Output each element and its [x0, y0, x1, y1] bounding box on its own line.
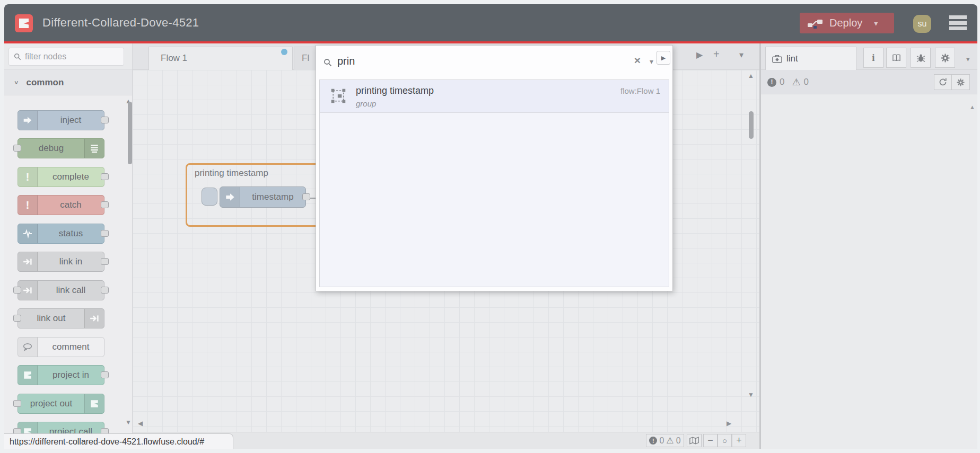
info-icon: i: [872, 52, 874, 64]
pulse-icon: [18, 224, 38, 243]
gear-icon: [957, 78, 965, 86]
search-dialog: prin × ▾ ▶ printing timestampflow:Flow 1…: [316, 45, 673, 291]
sidebar-tab-bar: lint i: [761, 43, 977, 70]
flowfuse-mark-icon: [84, 394, 104, 413]
node-output-port[interactable]: [302, 193, 310, 200]
node-input-port[interactable]: [13, 145, 21, 152]
palette-node-project-out[interactable]: project out: [18, 394, 104, 414]
add-flow-button[interactable]: +: [713, 48, 720, 60]
deploy-dropdown-caret[interactable]: ▾: [874, 19, 878, 28]
palette-node-catch[interactable]: !catch: [18, 195, 104, 215]
comment-bubble-icon: [18, 337, 38, 357]
map-icon: [689, 437, 699, 445]
navigator-button[interactable]: [687, 434, 702, 447]
canvas-scroll-up-arrow[interactable]: ▲: [748, 72, 754, 79]
canvas-warning-count: 0: [676, 436, 681, 446]
lint-toolbar: ! 0 ⚠ 0: [761, 70, 977, 94]
palette-node-comment[interactable]: comment: [18, 337, 104, 357]
hamburger-bar: [949, 15, 967, 19]
error-icon: !: [649, 437, 657, 445]
canvas-scroll-down-arrow[interactable]: ▼: [748, 391, 754, 398]
deploy-label: Deploy: [829, 17, 862, 29]
main-menu-button[interactable]: [949, 15, 967, 30]
search-options-caret[interactable]: ▾: [650, 57, 653, 66]
search-results-list: printing timestampflow:Flow 1group: [319, 79, 669, 287]
lint-warning-count: 0: [804, 77, 809, 87]
node-output-port[interactable]: [101, 230, 109, 237]
palette-node-link-call[interactable]: link call: [18, 280, 104, 300]
node-output-port[interactable]: [101, 201, 109, 208]
palette-scroll-down-arrow[interactable]: ▼: [125, 419, 132, 426]
palette-category-common[interactable]: ∨ common: [4, 70, 132, 95]
palette-filter-placeholder: filter nodes: [25, 52, 66, 61]
flowfuse-logo-icon[interactable]: [15, 14, 33, 32]
node-label: timestamp: [240, 187, 305, 207]
exclaim-icon: !: [18, 167, 38, 186]
node-output-port[interactable]: [101, 287, 109, 294]
node-output-port[interactable]: [101, 371, 109, 378]
node-input-port[interactable]: [13, 315, 21, 322]
sidebar-scroll-up-arrow[interactable]: ▲: [969, 104, 975, 110]
user-avatar[interactable]: su: [913, 15, 931, 33]
node-input-port[interactable]: [13, 400, 21, 407]
config-nodes-tab-button[interactable]: [935, 48, 955, 68]
node-output-port[interactable]: [101, 173, 109, 180]
lint-error-count: 0: [780, 77, 784, 87]
gear-icon: [941, 54, 950, 63]
deploy-button[interactable]: Deploy ▾: [800, 13, 894, 33]
tab-flow-1[interactable]: Flow 1: [148, 47, 293, 70]
canvas-errors-warnings-button[interactable]: ! 0 ⚠ 0: [646, 434, 684, 447]
inject-trigger-button[interactable]: [202, 188, 217, 206]
palette-node-complete[interactable]: !complete: [18, 167, 104, 187]
result-location: flow:Flow 1: [620, 86, 660, 95]
canvas-scroll-left-arrow[interactable]: ◀: [138, 420, 143, 427]
chevron-down-icon: ∨: [14, 79, 19, 86]
zoom-in-button[interactable]: +: [732, 434, 746, 447]
lint-settings-button[interactable]: [952, 74, 970, 90]
help-tab-button[interactable]: [886, 48, 906, 68]
medkit-icon: [772, 55, 782, 63]
link-arrow-icon: [84, 309, 104, 328]
lint-refresh-button[interactable]: [934, 74, 952, 90]
palette-node-label: status: [38, 224, 104, 243]
palette-node-label: complete: [38, 167, 104, 186]
search-result-row[interactable]: printing timestampflow:Flow 1group: [320, 80, 669, 113]
palette-node-label: project in: [38, 366, 104, 384]
info-tab-button[interactable]: i: [863, 48, 883, 68]
inject-node-icon-region: [220, 187, 240, 207]
palette-node-label: project out: [18, 394, 84, 413]
tab-scroll-right-button[interactable]: ▶: [696, 50, 703, 60]
tab-lint[interactable]: lint: [765, 47, 856, 70]
node-input-port[interactable]: [13, 287, 21, 294]
result-title: printing timestamp: [356, 85, 434, 96]
palette-node-label: link in: [38, 252, 104, 271]
warning-icon: ⚠: [666, 436, 673, 446]
palette-node-project-in[interactable]: project in: [18, 365, 104, 385]
palette-node-status[interactable]: status: [18, 224, 104, 244]
search-expand-button[interactable]: ▶: [657, 51, 670, 65]
bug-icon: [916, 54, 925, 63]
node-output-port[interactable]: [101, 117, 109, 123]
browser-status-url: https://different-collared-dove-4521.flo…: [4, 433, 233, 449]
inject-node-timestamp[interactable]: timestamp: [220, 186, 306, 208]
clear-search-icon[interactable]: ×: [634, 54, 641, 67]
palette-node-link-out[interactable]: link out: [18, 308, 104, 328]
sidebar-dropdown-caret[interactable]: ▾: [966, 55, 970, 63]
palette-node-debug[interactable]: debug: [18, 138, 104, 158]
hamburger-bar: [949, 21, 967, 25]
hamburger-bar: [949, 26, 967, 30]
zoom-out-button[interactable]: −: [703, 434, 718, 447]
palette-node-inject[interactable]: inject: [18, 110, 104, 130]
node-output-port[interactable]: [101, 258, 109, 265]
canvas-vscrollbar-thumb[interactable]: [749, 111, 754, 139]
palette-filter-input[interactable]: filter nodes: [8, 48, 124, 66]
search-input[interactable]: prin: [337, 55, 355, 67]
palette-node-label: inject: [38, 111, 104, 129]
palette-scrollbar-thumb[interactable]: [128, 102, 132, 164]
debug-tab-button[interactable]: [911, 48, 931, 68]
lint-counts: ! 0 ⚠ 0: [767, 76, 809, 88]
canvas-scroll-right-arrow[interactable]: ▶: [727, 420, 731, 427]
flow-list-dropdown[interactable]: ▾: [739, 50, 743, 60]
zoom-reset-button[interactable]: ○: [718, 434, 732, 447]
palette-node-link-in[interactable]: link in: [18, 252, 104, 272]
